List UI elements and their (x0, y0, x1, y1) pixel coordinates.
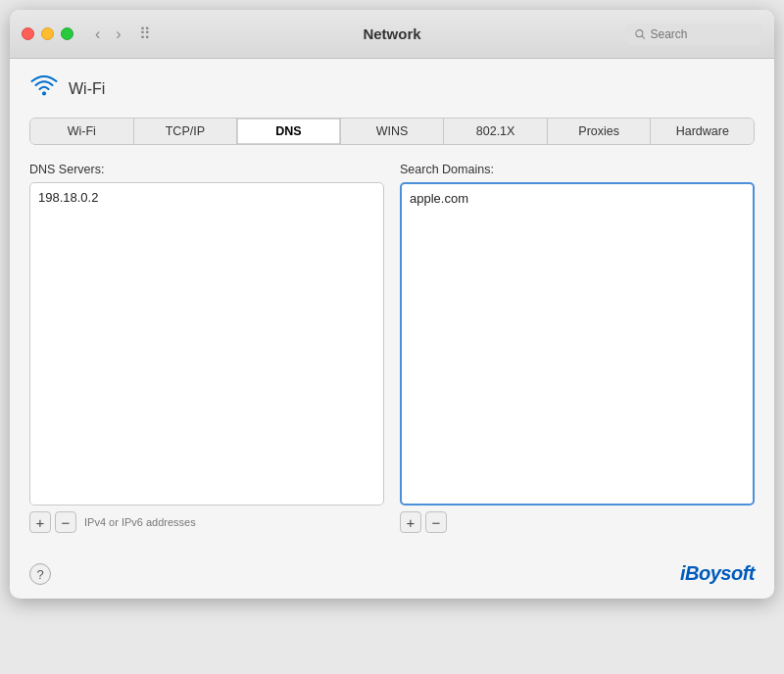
tabs-bar: Wi-Fi TCP/IP DNS WINS 802.1X Proxies Har… (29, 118, 755, 145)
wifi-icon (29, 74, 59, 104)
window: ‹ › ⠿ Network Wi-F (10, 10, 774, 599)
dns-remove-button[interactable]: − (55, 511, 76, 533)
domains-remove-button[interactable]: − (425, 511, 447, 533)
dns-add-button[interactable]: + (29, 511, 51, 533)
dns-servers-label: DNS Servers: (29, 163, 384, 176)
search-domains-list[interactable]: apple.com (400, 182, 755, 506)
domains-add-button[interactable]: + (400, 511, 421, 533)
search-icon (635, 28, 645, 40)
wifi-title: Wi-Fi (69, 80, 105, 98)
svg-point-2 (42, 92, 46, 96)
dns-hint: IPv4 or IPv6 addresses (84, 516, 196, 528)
close-button[interactable] (22, 27, 34, 40)
wifi-header: Wi-Fi (29, 74, 755, 104)
tab-8021x[interactable]: 802.1X (444, 119, 548, 144)
search-domains-label: Search Domains: (400, 163, 755, 176)
dns-entry: 198.18.0.2 (38, 189, 375, 206)
nav-buttons: ‹ › (89, 24, 127, 44)
tab-proxies[interactable]: Proxies (548, 119, 652, 144)
search-input[interactable] (650, 27, 753, 41)
dns-controls: + − IPv4 or IPv6 addresses (29, 511, 384, 533)
traffic-lights (22, 27, 74, 40)
tab-hardware[interactable]: Hardware (651, 119, 754, 144)
brand-logo: iBoysoft (680, 562, 755, 585)
help-button[interactable]: ? (29, 563, 51, 585)
svg-line-1 (642, 35, 645, 38)
tab-wins[interactable]: WINS (341, 119, 445, 144)
back-button[interactable]: ‹ (89, 24, 106, 44)
window-title: Network (363, 25, 420, 42)
search-domain-entry: apple.com (410, 190, 745, 207)
footer: ? iBoysoft (10, 553, 774, 599)
title-bar: ‹ › ⠿ Network (10, 10, 774, 59)
maximize-button[interactable] (61, 27, 74, 40)
dns-servers-panel: DNS Servers: 198.18.0.2 + − IPv4 or IPv6… (29, 163, 384, 533)
panels: DNS Servers: 198.18.0.2 + − IPv4 or IPv6… (29, 163, 755, 533)
content-area: Wi-Fi Wi-Fi TCP/IP DNS WINS 802.1X Proxi… (10, 59, 774, 553)
search-domains-controls: + − (400, 511, 755, 533)
brand-text: iBoysoft (680, 562, 755, 584)
tab-wifi[interactable]: Wi-Fi (30, 119, 134, 144)
search-domains-panel: Search Domains: apple.com + − (400, 163, 755, 533)
search-bar[interactable] (625, 24, 762, 45)
grid-icon[interactable]: ⠿ (139, 24, 151, 43)
tab-tcpip[interactable]: TCP/IP (134, 119, 238, 144)
forward-button[interactable]: › (110, 24, 126, 44)
tab-dns[interactable]: DNS (237, 119, 341, 144)
minimize-button[interactable] (41, 27, 54, 40)
dns-servers-list[interactable]: 198.18.0.2 (29, 182, 384, 506)
